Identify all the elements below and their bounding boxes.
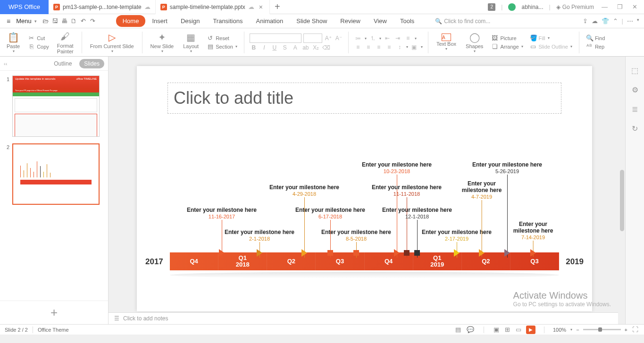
print-preview-icon[interactable]: 🗋: [70, 17, 78, 25]
align-right-icon[interactable]: ≡: [375, 44, 383, 50]
comments-icon[interactable]: 💬: [466, 326, 475, 333]
justify-icon[interactable]: ≡: [385, 44, 393, 50]
menu-button[interactable]: Menu: [13, 17, 34, 25]
gear-icon[interactable]: ⚙: [632, 85, 638, 94]
format-painter-button[interactable]: 🖌FormatPainter: [54, 31, 76, 54]
new-tab-button[interactable]: +: [270, 1, 285, 12]
doc-tab-1[interactable]: P pm13-sample-p...tone-template ☁: [49, 0, 156, 14]
increase-indent-icon[interactable]: ⇥: [393, 35, 402, 42]
hamburger-icon[interactable]: ≡: [4, 17, 13, 25]
print-icon[interactable]: 🖶: [60, 17, 69, 25]
ribbon-tab-home[interactable]: Home: [116, 15, 146, 27]
arrange-button[interactable]: ❏Arrange▾: [490, 42, 524, 50]
redo-icon[interactable]: ↷: [89, 17, 97, 25]
more-icon[interactable]: ⋯: [627, 17, 633, 25]
zoom-label[interactable]: 100%: [553, 327, 566, 333]
search-box[interactable]: 🔍 Click to find com...: [435, 18, 490, 25]
normal-view-icon[interactable]: ▣: [493, 326, 500, 333]
collapse-panel-icon[interactable]: ‹‹: [4, 61, 7, 67]
close-icon[interactable]: ×: [257, 3, 265, 11]
slide-thumb-1[interactable]: Update this template in secondsoffice TI…: [12, 75, 100, 137]
chevron-down-icon[interactable]: ▾: [637, 17, 639, 25]
history-icon[interactable]: ↻: [632, 124, 638, 133]
zoom-slider[interactable]: [583, 329, 621, 330]
close-icon[interactable]: ✕: [630, 3, 639, 10]
bullets-icon[interactable]: ≔: [354, 35, 362, 42]
font-size-input[interactable]: [303, 33, 322, 43]
text-box-button[interactable]: AText Box▾: [434, 33, 459, 51]
decrease-font-icon[interactable]: A⁻: [335, 35, 343, 42]
slide-thumb-2[interactable]: [12, 143, 100, 205]
chevron-down-icon[interactable]: ▾: [34, 19, 37, 24]
notes-pane[interactable]: ☰ Click to add notes: [109, 312, 625, 324]
go-premium-button[interactable]: ◈Go Premium: [556, 4, 594, 10]
notes-toggle-icon[interactable]: ▤: [454, 326, 462, 333]
slideshow-button[interactable]: ▶: [526, 326, 535, 334]
underline-icon[interactable]: U: [270, 44, 279, 51]
doc-tab-2[interactable]: P sample-timeline-template.pptx ☁ ×: [156, 0, 270, 14]
ribbon-tab-insert[interactable]: Insert: [145, 15, 174, 27]
share-icon[interactable]: ⇪: [583, 17, 588, 25]
save-icon[interactable]: 🖫: [51, 17, 59, 25]
picture-button[interactable]: 🖼Picture: [490, 34, 524, 42]
reading-view-icon[interactable]: ▭: [515, 326, 522, 333]
numbering-icon[interactable]: ⒈: [368, 34, 377, 42]
fill-button[interactable]: 🪣Fill▾: [528, 34, 574, 42]
font-color-icon[interactable]: A: [291, 44, 300, 51]
slide-outline-button[interactable]: ▭Slide Outline▾: [528, 42, 574, 50]
undo-icon[interactable]: ↶: [79, 17, 88, 25]
select-icon[interactable]: ⬚: [631, 66, 638, 75]
decrease-indent-icon[interactable]: ⇤: [383, 35, 392, 42]
username[interactable]: abhina...: [521, 4, 543, 10]
collapse-ribbon-icon[interactable]: ⌃: [613, 17, 618, 25]
from-current-slide-button[interactable]: ▷From Current Slide▾: [87, 31, 137, 53]
bold-icon[interactable]: B: [250, 44, 258, 51]
ribbon-tab-slide-show[interactable]: Slide Show: [290, 15, 334, 27]
open-icon[interactable]: 🗁: [42, 17, 50, 25]
layout-button[interactable]: ▦Layout▾: [180, 31, 201, 53]
sorter-view-icon[interactable]: ⊞: [504, 326, 511, 333]
tab-slides[interactable]: Slides: [79, 59, 104, 68]
title-placeholder[interactable]: Click to add title: [167, 83, 561, 114]
shapes-button[interactable]: ◯Shapes▾: [463, 31, 486, 53]
skin-icon[interactable]: 👕: [602, 17, 609, 25]
text-direction-icon[interactable]: ↕: [395, 44, 404, 50]
replace-button[interactable]: ᴬᴮRep: [585, 42, 606, 50]
paste-button[interactable]: 📋Paste▾: [4, 31, 23, 53]
align-center-icon[interactable]: ≡: [364, 44, 373, 50]
scrollbar[interactable]: [618, 57, 625, 324]
align-left-icon[interactable]: ≡: [354, 44, 362, 50]
notification-badge[interactable]: 2: [488, 3, 495, 11]
cut-button[interactable]: ✂Cut: [26, 34, 50, 42]
fit-icon[interactable]: ⛶: [631, 326, 639, 333]
copy-button[interactable]: ⎘Copy: [26, 42, 50, 50]
ribbon-tab-design[interactable]: Design: [174, 15, 206, 27]
line-spacing-icon[interactable]: ≡: [404, 35, 412, 42]
ribbon-tab-transitions[interactable]: Transitions: [206, 15, 249, 27]
minimize-icon[interactable]: —: [600, 3, 610, 10]
new-slide-button[interactable]: ✦New Slide▾: [148, 31, 177, 53]
font-family-input[interactable]: [250, 33, 301, 43]
align-text-icon[interactable]: ▣: [410, 44, 418, 50]
add-slide-button[interactable]: +: [0, 301, 108, 324]
zoom-out-icon[interactable]: −: [576, 327, 579, 333]
strikethrough-icon[interactable]: S: [281, 44, 289, 51]
reset-button[interactable]: ↺Reset: [205, 34, 239, 42]
tab-outline[interactable]: Outline: [49, 59, 76, 68]
ribbon-tab-tools[interactable]: Tools: [393, 15, 421, 27]
subscript-icon[interactable]: X₂: [312, 44, 320, 51]
animation-icon[interactable]: ≣: [632, 105, 638, 114]
highlight-icon[interactable]: ab: [301, 44, 310, 51]
ribbon-tab-view[interactable]: View: [367, 15, 393, 27]
zoom-in-icon[interactable]: +: [625, 327, 627, 333]
scrollbar-thumb[interactable]: [620, 170, 624, 231]
cloud-icon[interactable]: ☁: [592, 17, 598, 25]
increase-font-icon[interactable]: A⁺: [324, 35, 333, 42]
avatar[interactable]: [508, 3, 516, 11]
clear-format-icon[interactable]: ⌫: [322, 44, 331, 51]
section-button[interactable]: ▤Section▾: [205, 42, 239, 50]
slide-canvas[interactable]: Click to add title 2017 2019 Q4Q12018Q2Q…: [137, 66, 592, 311]
restore-icon[interactable]: ❐: [615, 3, 625, 10]
find-button[interactable]: 🔍Find: [585, 34, 606, 42]
ribbon-tab-animation[interactable]: Animation: [249, 15, 290, 27]
